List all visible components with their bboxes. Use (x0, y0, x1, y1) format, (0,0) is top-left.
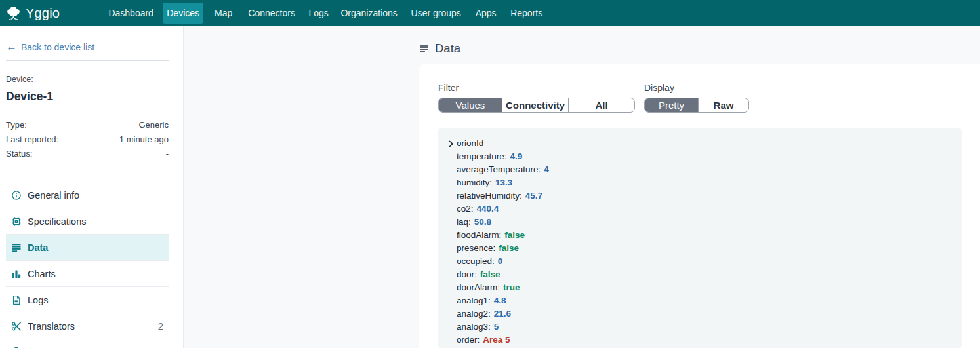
sidebar-item-charts[interactable]: Charts (6, 260, 169, 286)
yggio-tree-icon (5, 5, 22, 22)
json-key: temperature (457, 151, 507, 161)
json-key: co2 (457, 204, 474, 214)
main-content: Data Filter Values Connectivity All Disp… (184, 26, 980, 348)
nav-item-user-groups[interactable]: User groups (406, 3, 466, 24)
json-row-floodAlarm: floodAlarmfalse (448, 229, 954, 242)
nav-item-dashboard[interactable]: Dashboard (104, 3, 157, 24)
filter-option-all[interactable]: All (568, 98, 634, 112)
json-row-occupied: occupied0 (448, 255, 954, 268)
chevron-right-icon (448, 140, 454, 147)
top-navbar: Yggio Dashboard Devices Map Connectors L… (0, 0, 980, 26)
json-key: presence (457, 243, 495, 253)
detail-row-type: Type: Generic (6, 118, 169, 132)
json-value: false (480, 269, 500, 279)
brand-name: Yggio (26, 6, 60, 21)
json-row-averageTemperature: averageTemperature4 (448, 163, 954, 176)
json-row-humidity: humidity13.3 (448, 176, 954, 189)
sidebar-item-logs[interactable]: Logs (6, 286, 169, 313)
nav-item-organizations[interactable]: Organizations (337, 3, 401, 24)
top-nav-menu: Dashboard Devices Map Connectors Logs Or… (104, 0, 547, 26)
detail-label: Type: (6, 118, 27, 132)
nav-item-reports[interactable]: Reports (506, 3, 547, 24)
back-arrow-icon: ← (6, 41, 17, 54)
json-row-iaq: iaq50.8 (448, 216, 954, 229)
nav-item-apps[interactable]: Apps (471, 3, 500, 24)
json-value: 45.7 (525, 191, 542, 201)
json-row-door: doorfalse (448, 268, 954, 281)
json-row-order: orderArea 5 (448, 334, 954, 347)
json-key: analog3 (457, 322, 491, 332)
info-icon (12, 191, 21, 200)
device-sidebar: ← Back to device list Device: Device-1 T… (0, 26, 184, 348)
filter-option-values[interactable]: Values (439, 98, 502, 112)
scissors-icon (12, 322, 21, 331)
json-row-analog1: analog14.8 (448, 294, 954, 307)
brand-logo[interactable]: Yggio (5, 5, 60, 22)
json-key: occupied (457, 256, 495, 266)
json-value: 5 (494, 322, 499, 332)
json-key: doorAlarm (457, 282, 500, 292)
json-key: averageTemperature (457, 164, 541, 174)
device-name: Device-1 (6, 90, 169, 104)
json-value: false (504, 230, 525, 240)
json-row-analog2: analog221.6 (448, 307, 954, 320)
sidebar-item-general-info[interactable]: General info (6, 182, 169, 208)
json-key: analog2 (457, 309, 491, 319)
json-key: order (457, 335, 480, 345)
detail-value: 1 minute ago (119, 132, 169, 147)
json-value: Area 5 (483, 335, 510, 345)
json-value: true (503, 282, 520, 292)
filter-label: Filter (438, 83, 635, 93)
json-value: 4.8 (494, 296, 506, 305)
data-lines-icon (420, 45, 428, 53)
nav-item-logs[interactable]: Logs (305, 3, 332, 24)
detail-row-status: Status: - (6, 147, 169, 161)
sidebar-divider (6, 60, 169, 61)
chip-icon (12, 217, 21, 226)
json-row-analog3: analog35 (448, 320, 954, 334)
translators-count-badge: 2 (158, 320, 163, 332)
device-label: Device: (6, 75, 169, 84)
page-title: Data (420, 42, 460, 55)
json-value: 0 (498, 256, 503, 266)
bar-chart-icon (12, 269, 21, 279)
filter-segmented-control: Values Connectivity All (438, 98, 635, 113)
json-key: orionId (457, 138, 483, 148)
json-row-temperature: temperature4.9 (448, 150, 954, 163)
json-key: iaq (457, 217, 471, 227)
json-key: analog1 (457, 296, 491, 305)
sidebar-item-data[interactable]: Data (6, 234, 169, 260)
display-option-raw[interactable]: Raw (698, 98, 748, 112)
json-row-orionId[interactable]: orionId (448, 137, 954, 150)
nav-item-devices[interactable]: Devices (163, 3, 203, 24)
document-icon (12, 296, 21, 305)
detail-label: Status: (6, 147, 32, 161)
data-lines-icon (12, 243, 21, 252)
json-data-panel: orionId temperature4.9 averageTemperatur… (438, 128, 962, 348)
sidebar-item-partial[interactable] (6, 339, 169, 348)
json-row-relativeHumidity: relativeHumidity45.7 (448, 189, 954, 203)
detail-value: Generic (138, 118, 169, 132)
json-row-doorAlarm: doorAlarmtrue (448, 281, 954, 294)
json-key: door (457, 269, 477, 279)
detail-value: - (166, 147, 169, 161)
sidebar-item-translators[interactable]: Translators 2 (6, 313, 169, 339)
nav-item-connectors[interactable]: Connectors (243, 3, 300, 24)
json-key: relativeHumidity (457, 191, 522, 201)
filter-option-connectivity[interactable]: Connectivity (502, 98, 568, 112)
json-value: 440.4 (477, 204, 499, 214)
filter-group: Filter Values Connectivity All (438, 83, 635, 113)
detail-label: Last reported: (6, 132, 58, 147)
display-group: Display Pretty Raw (644, 83, 749, 113)
display-label: Display (644, 83, 749, 93)
nav-item-map[interactable]: Map (209, 3, 238, 24)
display-option-pretty[interactable]: Pretty (645, 98, 698, 112)
sidebar-item-specifications[interactable]: Specifications (6, 208, 169, 234)
json-value: 50.8 (474, 217, 491, 227)
controls-row: Filter Values Connectivity All Display P… (438, 83, 962, 113)
sidebar-menu: General info Specifications (0, 182, 183, 348)
data-card: Filter Values Connectivity All Display P… (419, 64, 980, 348)
json-value: 21.6 (494, 309, 511, 319)
back-to-device-list-link[interactable]: ← Back to device list (6, 41, 169, 54)
json-row-co2: co2440.4 (448, 203, 954, 216)
